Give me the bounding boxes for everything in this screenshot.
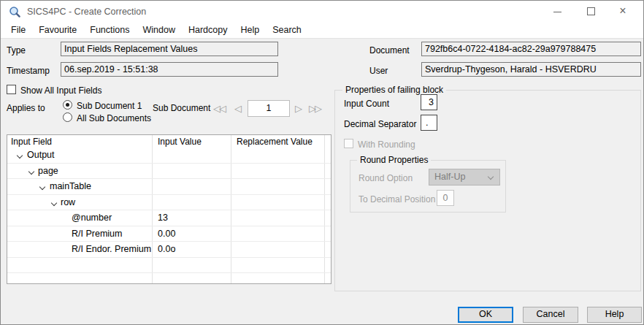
tree-row-row[interactable]: row [7, 195, 331, 211]
expand-chevron-icon[interactable] [17, 153, 23, 158]
grid-header-row: Input Field Input Value Replacement Valu… [7, 135, 331, 148]
tree-row-page[interactable]: page [7, 164, 331, 180]
input-value-cell: 0.00 [158, 226, 175, 242]
column-header-input-field[interactable]: Input Field [11, 137, 52, 147]
ok-button[interactable]: OK [458, 307, 513, 323]
empty-grid-row [7, 273, 331, 284]
input-count-field: 3 [421, 94, 437, 110]
tree-node-label: R/I Endor. Premium [72, 242, 151, 257]
to-decimal-position-label: To Decimal Position [359, 194, 435, 204]
with-rounding-checkbox [344, 139, 353, 148]
document-label: Document [369, 45, 410, 56]
chevron-down-icon [488, 174, 494, 180]
tree-node-label: R/I Premium [72, 226, 122, 242]
expand-chevron-icon[interactable] [39, 184, 45, 190]
expand-chevron-icon[interactable] [28, 168, 34, 174]
input-value-cell: 13 [158, 210, 168, 226]
type-field: Input Fields Replacement Values [61, 42, 278, 56]
type-label: Type [7, 45, 26, 56]
title-bar: SICS4PC - Create Correction × [1, 1, 643, 23]
expand-chevron-icon[interactable] [51, 199, 57, 205]
close-icon: × [619, 4, 626, 17]
help-button[interactable]: Help [587, 307, 642, 323]
empty-grid-row [7, 258, 331, 274]
minimize-button[interactable] [541, 1, 573, 23]
maximize-button[interactable] [575, 1, 607, 23]
with-rounding-label: With Rounding [358, 139, 415, 150]
timestamp-field: 06.sep.2019 - 15:51:38 [61, 62, 278, 77]
round-option-label: Round Option [359, 173, 413, 183]
show-all-input-fields-label: Show All Input Fields [20, 85, 101, 96]
tree-node-label: Output [27, 148, 55, 163]
tree-row-ri-endor-premium[interactable]: R/I Endor. Premium 0.0o [7, 242, 331, 258]
window-title: SICS4PC - Create Correction [27, 7, 146, 17]
tree-node-label: page [38, 164, 58, 179]
document-field: 792fb6c4-0722-4184-ac82-29a979788475 [421, 42, 641, 56]
tree-row-maintable[interactable]: mainTable [7, 179, 331, 195]
input-count-label: Input Count [344, 99, 389, 109]
tree-node-label: row [61, 195, 75, 210]
decimal-separator-label: Decimal Separator [344, 119, 416, 129]
menu-bar: File Favourite Functions Window Hardcopy… [1, 23, 643, 39]
menu-file[interactable]: File [4, 23, 32, 38]
sub-document-number-field[interactable]: 1 [248, 100, 290, 117]
round-option-dropdown: Half-Up [429, 169, 500, 186]
column-header-replacement-value[interactable]: Replacement Value [237, 137, 313, 147]
to-decimal-position-field: 0 [437, 190, 454, 206]
menu-favourite[interactable]: Favourite [32, 23, 83, 38]
menu-help[interactable]: Help [234, 23, 266, 38]
radio-all-sub-documents[interactable] [63, 112, 72, 122]
magnifier-app-icon [9, 6, 21, 18]
input-value-cell: 0.0o [158, 242, 175, 257]
properties-group-label: Properties of failing block [342, 85, 446, 95]
round-properties-group [350, 160, 506, 213]
applies-to-label: Applies to [7, 103, 45, 113]
dialog-window: SICS4PC - Create Correction × File Favou… [0, 0, 644, 325]
input-fields-grid: Input Field Input Value Replacement Valu… [7, 134, 331, 284]
round-option-value: Half-Up [434, 172, 465, 182]
column-header-input-value[interactable]: Input Value [158, 137, 202, 147]
tree-row-number[interactable]: @number 13 [7, 210, 331, 226]
tree-node-label: mainTable [50, 179, 91, 194]
sub-document-label: Sub Document [153, 103, 210, 113]
next-page-icon[interactable]: ▷ [295, 104, 301, 114]
round-properties-group-label: Round Properties [357, 155, 431, 165]
last-page-icon[interactable]: ▷▷ [309, 104, 321, 114]
tree-node-label: @number [72, 210, 112, 226]
cancel-button[interactable]: Cancel [523, 307, 578, 323]
show-all-input-fields-checkbox[interactable] [7, 85, 16, 94]
radio-all-sub-documents-label[interactable]: All Sub Documents [77, 113, 151, 123]
user-field: Sverdrup-Thygeson, Harald - HSVERDRU [421, 62, 641, 77]
minimize-icon [553, 12, 561, 12]
radio-sub-document-1-label[interactable]: Sub Document 1 [77, 101, 142, 111]
timestamp-label: Timestamp [7, 66, 50, 76]
tree-row-ri-premium[interactable]: R/I Premium 0.00 [7, 226, 331, 242]
menu-window[interactable]: Window [136, 23, 181, 38]
user-label: User [369, 66, 388, 76]
previous-page-icon[interactable]: ◁ [234, 104, 240, 114]
menu-hardcopy[interactable]: Hardcopy [182, 23, 234, 38]
close-button[interactable]: × [607, 1, 639, 23]
tree-row-output[interactable]: Output [7, 148, 331, 164]
radio-sub-document-1[interactable] [63, 100, 72, 110]
decimal-separator-field: . [421, 115, 437, 131]
maximize-icon [587, 7, 595, 15]
menu-search[interactable]: Search [266, 23, 308, 38]
first-page-icon[interactable]: ◁◁ [213, 104, 225, 114]
menu-functions[interactable]: Functions [83, 23, 136, 38]
